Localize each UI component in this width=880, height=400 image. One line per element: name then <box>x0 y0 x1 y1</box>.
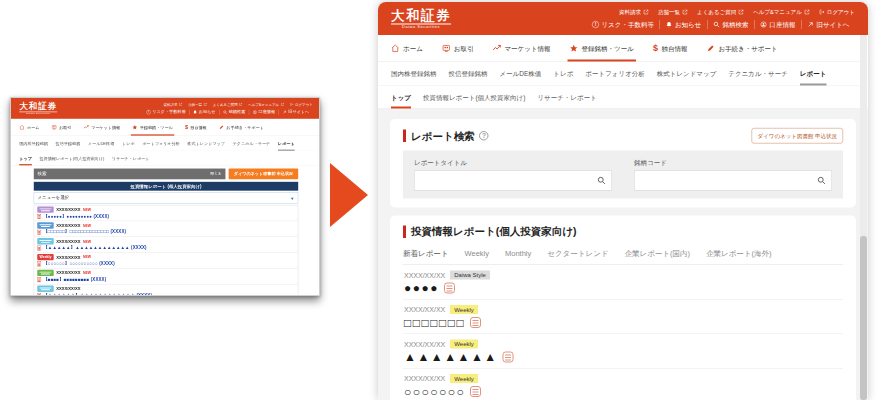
subnav-mail-de-price[interactable]: メールDE株価 <box>500 62 542 86</box>
pdf-icon[interactable] <box>444 283 455 294</box>
tab-new-reports[interactable]: 新着レポート <box>403 249 449 259</box>
report-link[interactable]: 【▲▲▲▲▲】▲▲▲▲▲▲▲▲▲▲▲▲ (XXXX) <box>43 245 146 251</box>
nav-procedures-support[interactable]: お手続き・サポート <box>219 119 264 136</box>
report-link[interactable]: 【□□□□□□】□□□□□□□□□□□□□□ (XXXX) <box>43 229 126 235</box>
report-link[interactable]: ●●●● <box>404 282 439 294</box>
net-library-status-button[interactable]: ダイワのネット図書館 申込状況 <box>752 128 843 144</box>
nav-procedures-support[interactable]: お手続き・サポート <box>706 35 777 62</box>
list-item: XXXX/XX/XXNEW 【●●●●●】●●●●●●●●● (XXXX) <box>34 205 298 221</box>
subnav-fund-stocks[interactable]: 投信登録銘柄 <box>56 136 81 151</box>
subnav-report[interactable]: レポート <box>278 136 295 151</box>
tab-investor-reports[interactable]: 投資情報レポート(個人投資家向け) <box>39 151 104 165</box>
search-icon[interactable] <box>817 176 826 185</box>
nav-home[interactable]: ホーム <box>19 119 39 136</box>
subnav-domestic-stocks[interactable]: 国内株登録銘柄 <box>391 62 437 86</box>
tab-top[interactable]: トップ <box>391 86 411 109</box>
tab-monthly[interactable]: Monthly <box>505 249 531 259</box>
report-title-input[interactable] <box>420 176 597 185</box>
link-old-site[interactable]: 旧サイトへ <box>279 109 313 115</box>
pdf-icon[interactable] <box>470 317 481 328</box>
link-faq[interactable]: よくあるご質問 <box>697 8 744 16</box>
nav-trading[interactable]: お取引 <box>51 119 71 136</box>
tab-research-reports[interactable]: リサーチ・レポート <box>112 151 150 165</box>
subnav-trend-map[interactable]: 株式トレンドマップ <box>187 136 225 151</box>
report-link[interactable]: ○○○○○○○ <box>404 386 465 398</box>
subnav-mail-de-price[interactable]: メールDE株価 <box>88 136 114 151</box>
report-link[interactable]: 【○○○○○○】○○○○○○○○○○ (XXXX) <box>43 261 115 267</box>
subnav-trepo[interactable]: トレポ <box>122 136 135 151</box>
link-branch-list[interactable]: 店舗一覧 <box>188 102 207 107</box>
scrollbar-thumb[interactable] <box>860 236 867 400</box>
main-nav: ホーム お取引 マーケット情報 登録銘柄・ツール $独自情報 お手続き・サポート <box>11 119 320 136</box>
subnav-trepo[interactable]: トレポ <box>553 62 573 86</box>
report-link[interactable]: □□□□□□□ <box>404 317 465 329</box>
link-help-manual[interactable]: ヘルプ&マニュアル <box>753 8 810 16</box>
subnav-fund-stocks[interactable]: 投信登録銘柄 <box>449 62 488 86</box>
tab-sector-trend[interactable]: セクタートレンド <box>547 249 608 259</box>
tab-top[interactable]: トップ <box>19 151 32 165</box>
nav-exclusive-info[interactable]: $独自情報 <box>653 35 688 62</box>
bell-icon <box>665 21 672 28</box>
tab-weekly[interactable]: Weekly <box>465 249 489 259</box>
menu-select-dropdown[interactable]: メニューを選択 ▼ <box>34 193 298 204</box>
net-library-status-button[interactable]: ダイワのネット図書館 申込状況 <box>229 169 299 180</box>
nav-trading[interactable]: お取引 <box>442 35 474 62</box>
scrollbar[interactable] <box>860 35 867 400</box>
nav-market-info[interactable]: マーケット情報 <box>83 119 120 136</box>
link-document-request[interactable]: 資料請求 <box>163 102 182 107</box>
pdf-icon[interactable] <box>470 386 481 397</box>
nav-exclusive-info[interactable]: $独自情報 <box>185 119 207 136</box>
person-circle-icon <box>253 110 257 114</box>
report-link[interactable]: ▲▲▲▲▲▲▲ <box>404 351 498 363</box>
subnav-technical-search[interactable]: テクニカル・サーチ <box>728 62 788 86</box>
link-notifications[interactable]: お知らせ <box>659 20 706 29</box>
link-old-site[interactable]: 旧サイトへ <box>801 20 855 29</box>
subnav-portfolio-analysis[interactable]: ポートフォリオ分析 <box>142 136 180 151</box>
link-account-info[interactable]: 口座情報 <box>754 20 801 29</box>
tab-company-overseas[interactable]: 企業レポート(海外) <box>706 249 772 259</box>
link-faq[interactable]: よくあるご質問 <box>213 102 243 107</box>
nav-market-info[interactable]: マーケット情報 <box>492 35 550 62</box>
tab-company-domestic[interactable]: 企業レポート(国内) <box>624 249 690 259</box>
nav-registered-tools[interactable]: 登録銘柄・ツール <box>132 119 173 136</box>
pdf-icon[interactable] <box>37 261 41 266</box>
help-icon[interactable]: ? <box>479 131 489 141</box>
pdf-icon[interactable] <box>37 214 41 219</box>
link-stock-search[interactable]: 銘柄検索 <box>707 20 754 29</box>
subnav-report[interactable]: レポート <box>800 62 826 86</box>
close-toggle[interactable]: 閉じる <box>210 171 222 176</box>
pdf-icon[interactable] <box>503 352 514 363</box>
link-logout[interactable]: ログアウト <box>819 8 855 16</box>
link-risk-fees[interactable]: !リスク・手数料等 <box>586 20 659 29</box>
tab-investor-reports[interactable]: 投資情報レポート(個人投資家向け) <box>423 86 525 109</box>
tab-research-reports[interactable]: リサーチ・レポート <box>537 86 596 109</box>
link-account-info[interactable]: 口座情報 <box>249 109 279 115</box>
link-stock-search[interactable]: 銘柄検索 <box>219 109 249 115</box>
subnav-domestic-stocks[interactable]: 国内株登録銘柄 <box>19 136 48 151</box>
link-document-request[interactable]: 資料請求 <box>619 8 649 16</box>
report-link[interactable]: 【●●●●●】●●●●●●●●● (XXXX) <box>43 213 109 219</box>
link-risk-fees[interactable]: !リスク・手数料等 <box>143 109 189 115</box>
legacy-search-bar[interactable]: 検索 閉じる <box>34 169 226 180</box>
external-link-icon <box>643 9 649 15</box>
nav-home[interactable]: ホーム <box>391 35 423 62</box>
report-link[interactable]: 【△△△△△△】△△△△△△△△△△△△ (XXXX) <box>43 293 152 296</box>
subnav-portfolio-analysis[interactable]: ポートフォリオ分析 <box>585 62 644 86</box>
subnav-trend-map[interactable]: 株式トレンドマップ <box>657 62 717 86</box>
link-notifications[interactable]: お知らせ <box>189 109 219 115</box>
stock-code-input[interactable] <box>640 176 817 185</box>
person-circle-icon <box>760 21 767 28</box>
subnav-technical-search[interactable]: テクニカル・サーチ <box>233 136 271 151</box>
pdf-icon[interactable] <box>37 246 41 251</box>
daiwa-logo[interactable]: 大和証券 Daiwa Securities <box>19 102 57 115</box>
pdf-icon[interactable] <box>37 277 41 282</box>
nav-registered-tools[interactable]: 登録銘柄・ツール <box>570 35 634 62</box>
daiwa-logo[interactable]: 大和証券 Daiwa Securities <box>391 8 451 29</box>
link-branch-list[interactable]: 店舗一覧 <box>658 8 688 16</box>
pdf-icon[interactable] <box>37 230 41 235</box>
search-icon[interactable] <box>597 176 606 185</box>
link-logout[interactable]: ログアウト <box>290 102 313 107</box>
report-link[interactable]: 【■■■■】■■■■■■■■■ (XXXX) <box>43 277 106 283</box>
pdf-icon[interactable] <box>37 293 41 296</box>
link-help-manual[interactable]: ヘルプ&マニュアル <box>248 102 284 107</box>
